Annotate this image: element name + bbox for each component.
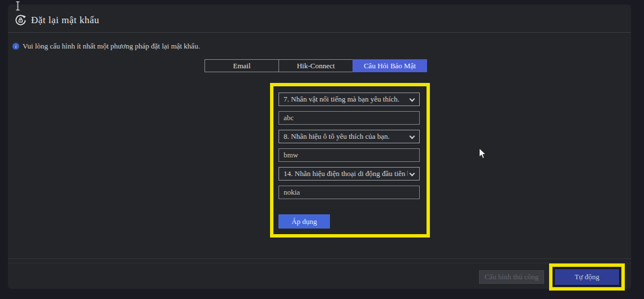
security-answer-1-input[interactable]: abc (279, 111, 420, 125)
page-title: Đặt lại mật khẩu (31, 15, 99, 26)
footer-divider (8, 258, 631, 259)
manual-config-button[interactable]: Cấu hình thủ công (479, 270, 544, 284)
info-text: Vui lòng cấu hình ít nhất một phương phá… (23, 42, 200, 51)
info-row: i Vui lòng cấu hình ít nhất một phương p… (8, 41, 631, 52)
header-divider (8, 32, 631, 33)
password-reset-lock-icon (15, 14, 27, 26)
password-reset-panel: Đặt lại mật khẩu i Vui lòng cấu hình ít … (8, 5, 631, 289)
security-question-1-label: 7. Nhân vật nổi tiếng mà bạn yêu thích. (284, 93, 399, 105)
tab-email[interactable]: Email (204, 59, 279, 72)
security-question-1-select[interactable]: 7. Nhân vật nổi tiếng mà bạn yêu thích. (279, 93, 420, 106)
method-tabs: Email Hik-Connect Câu Hỏi Bảo Mật (204, 59, 427, 72)
tab-hik-connect[interactable]: Hik-Connect (279, 59, 353, 72)
tab-security-questions[interactable]: Câu Hỏi Bảo Mật (353, 59, 427, 72)
chevron-down-icon (410, 134, 415, 139)
security-answer-3-input[interactable]: nokia (279, 186, 420, 199)
security-questions-highlight-box: 7. Nhân vật nổi tiếng mà bạn yêu thích. … (270, 83, 430, 238)
mouse-pointer-cursor (478, 148, 488, 162)
footer-divider-shadow (8, 263, 631, 263)
security-answer-2-input[interactable]: bmw (279, 148, 420, 162)
screen: Đặt lại mật khẩu i Vui lòng cấu hình ít … (0, 0, 644, 299)
security-question-2-select[interactable]: 8. Nhãn hiệu ô tô yêu thích của bạn. (279, 130, 420, 143)
auto-button[interactable]: Tự động (554, 268, 620, 286)
security-question-2-label: 8. Nhãn hiệu ô tô yêu thích của bạn. (284, 130, 390, 143)
text-ibeam-cursor (15, 1, 21, 13)
chevron-down-icon (410, 171, 415, 177)
security-question-3-label: 14. Nhãn hiệu điện thoại di động đầu tiê… (284, 168, 408, 180)
header: Đặt lại mật khẩu (8, 5, 631, 32)
security-question-3-select[interactable]: 14. Nhãn hiệu điện thoại di động đầu tiê… (279, 167, 420, 181)
apply-button[interactable]: Áp dụng (279, 214, 330, 228)
chevron-down-icon (410, 96, 415, 102)
info-icon: i (12, 43, 19, 50)
auto-button-highlight-box: Tự động (549, 263, 625, 291)
